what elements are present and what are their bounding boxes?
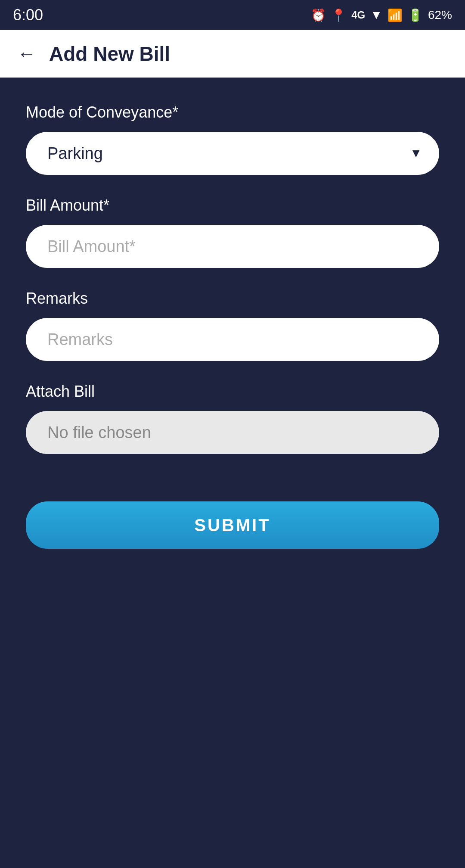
signal-icon: 📶 [388,8,403,22]
attach-bill-label: Attach Bill [26,383,439,401]
battery-icon: 🔋 [408,8,423,22]
page-title: Add New Bill [49,42,170,65]
attach-bill-group: Attach Bill No file chosen [26,383,439,454]
back-button[interactable]: ← [17,44,36,63]
header: ← Add New Bill [0,30,465,78]
no-file-text: No file chosen [47,423,151,442]
mode-of-conveyance-select[interactable]: Parking Cab Auto Bus Train Flight [26,132,439,175]
bill-amount-label: Bill Amount* [26,196,439,215]
bill-amount-input[interactable] [26,225,439,268]
bill-amount-group: Bill Amount* [26,196,439,268]
status-bar: 6:00 ⏰ 📍 4G ▼ 📶 🔋 62% [0,0,465,30]
submit-button[interactable]: SUBMIT [26,501,439,549]
mode-of-conveyance-label: Mode of Conveyance* [26,103,439,121]
call-4g-icon: 4G [351,9,365,21]
status-time: 6:00 [13,6,43,24]
battery-percentage: 62% [428,8,452,22]
file-input-area[interactable]: No file chosen [26,411,439,454]
status-icons: ⏰ 📍 4G ▼ 📶 🔋 62% [311,8,452,22]
alarm-icon: ⏰ [311,8,326,22]
remarks-label: Remarks [26,289,439,308]
main-content: Mode of Conveyance* Parking Cab Auto Bus… [0,78,465,583]
remarks-input[interactable] [26,318,439,361]
submit-section: SUBMIT [26,501,439,549]
remarks-group: Remarks [26,289,439,361]
location-icon: 📍 [331,8,346,22]
mode-of-conveyance-wrapper: Parking Cab Auto Bus Train Flight ▼ [26,132,439,175]
mode-of-conveyance-group: Mode of Conveyance* Parking Cab Auto Bus… [26,103,439,175]
wifi-icon: ▼ [370,8,382,22]
